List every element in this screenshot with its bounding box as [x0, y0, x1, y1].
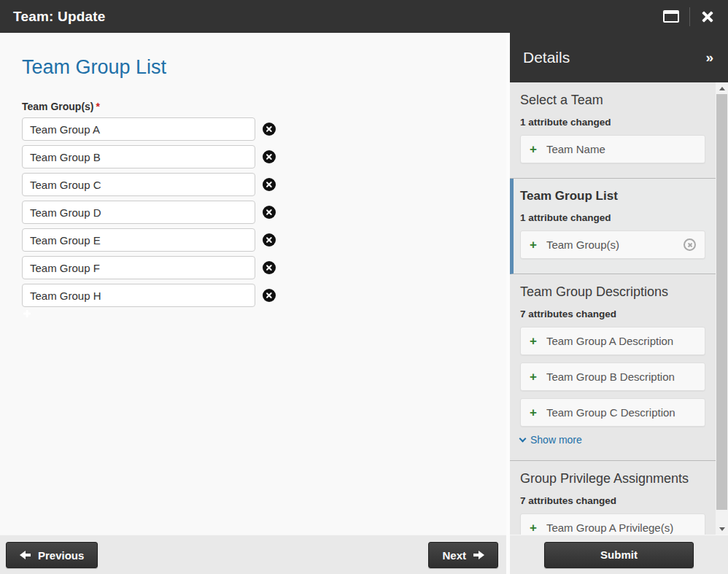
plus-icon: +	[530, 406, 537, 419]
plus-icon: +	[530, 335, 537, 347]
remove-group-icon-2[interactable]	[263, 178, 276, 191]
team-groups-label: Team Group(s)*	[22, 101, 506, 112]
attr-card-group-a-privileges[interactable]: + Team Group A Privilege(s)	[520, 513, 705, 535]
attr-card-group-b-description[interactable]: + Team Group B Description	[520, 362, 705, 391]
attr-label: Team Group C Description	[546, 406, 675, 419]
section-title: Group Privilege Assignments	[520, 471, 705, 486]
collapse-sidebar-icon[interactable]: »	[705, 50, 713, 66]
remove-group-icon-5[interactable]	[263, 261, 276, 274]
section-title: Select a Team	[520, 93, 705, 108]
section-changed-count: 7 attributes changed	[520, 495, 705, 506]
previous-button-label: Previous	[38, 549, 84, 562]
details-header: Details »	[510, 33, 728, 82]
team-groups-label-text: Team Group(s)	[22, 101, 94, 112]
remove-group-icon-6[interactable]	[263, 289, 276, 302]
titlebar-divider	[689, 7, 690, 26]
team-group-row	[22, 284, 506, 307]
next-button-label: Next	[442, 549, 466, 562]
previous-button[interactable]: Previous	[6, 542, 98, 568]
team-group-row	[22, 201, 506, 224]
team-group-row	[22, 173, 506, 196]
remove-group-icon-0[interactable]	[263, 123, 276, 136]
attr-card-group-a-description[interactable]: + Team Group A Description	[520, 327, 705, 355]
next-button[interactable]: Next	[428, 542, 498, 568]
section-group-privilege-assignments: Group Privilege Assignments 7 attributes…	[510, 461, 716, 535]
section-title: Team Group Descriptions	[520, 284, 705, 300]
remove-group-icon-1[interactable]	[263, 150, 276, 163]
maximize-icon[interactable]	[663, 10, 679, 23]
required-asterisk: *	[96, 101, 100, 112]
attr-card-team-groups[interactable]: + Team Group(s)	[520, 230, 705, 259]
remove-group-icon-4[interactable]	[263, 233, 276, 247]
plus-icon: +	[530, 238, 537, 251]
attr-label: Team Group B Description	[546, 371, 675, 383]
team-group-row	[22, 228, 506, 252]
remove-group-icon-3[interactable]	[263, 206, 276, 219]
show-more-label: Show more	[530, 434, 582, 446]
attr-label: Team Group(s)	[546, 238, 619, 251]
attr-card-group-c-description[interactable]: + Team Group C Description	[520, 398, 705, 427]
footer-bar: Previous Next Submit	[0, 535, 728, 574]
section-title: Team Group List	[520, 189, 705, 203]
arrow-left-icon	[20, 551, 31, 559]
footer-main: Previous Next	[0, 535, 506, 574]
undo-change-icon[interactable]	[684, 238, 696, 251]
plus-icon: +	[530, 371, 537, 383]
attr-label: Team Group A Privilege(s)	[546, 521, 673, 534]
scroll-up-arrow[interactable]	[716, 82, 728, 94]
titlebar-controls	[663, 7, 715, 26]
submit-button[interactable]: Submit	[544, 542, 694, 568]
show-more-link[interactable]: Show more	[520, 434, 705, 446]
team-group-input-4[interactable]	[22, 228, 255, 252]
team-group-row	[22, 256, 506, 279]
attr-label: Team Group A Description	[546, 335, 673, 347]
attr-label: Team Name	[546, 143, 605, 155]
scroll-down-arrow[interactable]	[716, 523, 728, 535]
page-title: Team Group List	[22, 56, 506, 79]
arrow-right-icon	[473, 551, 484, 559]
section-team-group-descriptions: Team Group Descriptions 7 attributes cha…	[510, 274, 716, 461]
footer-side: Submit	[510, 535, 728, 574]
plus-icon: +	[530, 143, 537, 155]
details-scroll-area: Select a Team 1 attribute changed + Team…	[510, 82, 716, 535]
team-group-input-3[interactable]	[22, 201, 255, 224]
attr-card-team-name[interactable]: + Team Name	[520, 135, 705, 163]
scrollbar-thumb[interactable]	[716, 94, 727, 510]
team-group-input-1[interactable]	[22, 145, 255, 168]
close-icon[interactable]	[700, 9, 715, 24]
plus-icon: +	[530, 521, 537, 534]
team-group-row	[22, 117, 506, 141]
section-changed-count: 7 attributes changed	[520, 309, 705, 319]
team-group-input-2[interactable]	[22, 173, 255, 196]
main-pane: Team Group List Team Group(s)*	[0, 33, 506, 535]
team-group-row	[22, 145, 506, 168]
details-sidebar: Details » Select a Team 1 attribute chan…	[510, 33, 728, 535]
chevron-down-icon	[519, 435, 527, 442]
team-group-list	[22, 117, 506, 307]
details-title: Details	[523, 49, 570, 66]
window-title: Team: Update	[13, 9, 106, 25]
team-group-input-6[interactable]	[22, 284, 255, 307]
submit-button-label: Submit	[600, 548, 638, 561]
team-group-input-5[interactable]	[22, 256, 255, 279]
section-changed-count: 1 attribute changed	[520, 117, 705, 128]
section-select-a-team: Select a Team 1 attribute changed + Team…	[510, 82, 716, 179]
team-group-input-0[interactable]	[22, 117, 255, 141]
sidebar-scrollbar[interactable]	[716, 82, 728, 535]
section-team-group-list: Team Group List 1 attribute changed + Te…	[510, 179, 716, 274]
section-changed-count: 1 attribute changed	[520, 212, 705, 223]
window-titlebar: Team: Update	[0, 0, 728, 33]
